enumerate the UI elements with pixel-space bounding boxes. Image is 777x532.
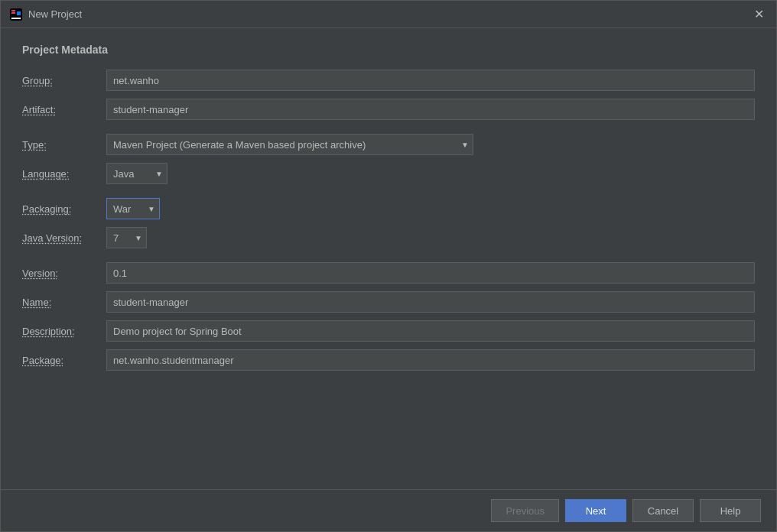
svg-rect-1 bbox=[11, 10, 15, 11]
type-label: Type: bbox=[22, 139, 106, 151]
close-button[interactable]: ✕ bbox=[751, 7, 767, 22]
description-row: Description: bbox=[22, 320, 755, 342]
title-bar: New Project ✕ bbox=[1, 1, 776, 28]
packaging-select[interactable]: War Jar bbox=[106, 198, 160, 219]
language-select[interactable]: Java Kotlin Groovy bbox=[106, 163, 167, 184]
version-label: Version: bbox=[22, 268, 106, 279]
description-input[interactable] bbox=[106, 320, 755, 342]
dialog-content: Project Metadata Group: Artifact: Type: … bbox=[1, 28, 776, 489]
package-row: Package: bbox=[22, 349, 755, 371]
version-input[interactable] bbox=[106, 262, 755, 284]
type-row: Type: Maven Project (Generate a Maven ba… bbox=[22, 134, 755, 155]
type-select-wrapper: Maven Project (Generate a Maven based pr… bbox=[106, 134, 473, 155]
group-input[interactable] bbox=[106, 70, 755, 91]
language-row: Language: Java Kotlin Groovy ▼ bbox=[22, 163, 755, 184]
section-title: Project Metadata bbox=[22, 44, 755, 56]
artifact-input[interactable] bbox=[106, 99, 755, 120]
group-row: Group: bbox=[22, 70, 755, 91]
group-label: Group: bbox=[22, 75, 106, 86]
name-input[interactable] bbox=[106, 291, 755, 313]
package-input[interactable] bbox=[106, 349, 755, 371]
type-select[interactable]: Maven Project (Generate a Maven based pr… bbox=[106, 134, 473, 155]
cancel-button[interactable]: Cancel bbox=[632, 499, 694, 522]
dialog-title: New Project bbox=[28, 8, 82, 20]
artifact-label: Artifact: bbox=[22, 104, 106, 115]
java-version-label: Java Version: bbox=[22, 232, 106, 244]
packaging-label: Packaging: bbox=[22, 203, 106, 215]
help-button[interactable]: Help bbox=[700, 499, 761, 522]
language-label: Language: bbox=[22, 168, 106, 180]
svg-rect-2 bbox=[11, 12, 15, 14]
description-label: Description: bbox=[22, 326, 106, 337]
language-select-wrapper: Java Kotlin Groovy ▼ bbox=[106, 163, 167, 184]
intellij-icon bbox=[10, 8, 22, 21]
packaging-row: Packaging: War Jar ▼ bbox=[22, 198, 755, 219]
svg-rect-3 bbox=[11, 18, 21, 19]
svg-rect-4 bbox=[17, 11, 21, 15]
package-label: Package: bbox=[22, 355, 106, 366]
title-bar-left: New Project bbox=[10, 8, 82, 21]
artifact-row: Artifact: bbox=[22, 99, 755, 120]
next-button[interactable]: Next bbox=[565, 499, 626, 522]
name-label: Name: bbox=[22, 297, 106, 308]
dialog-footer: Previous Next Cancel Help bbox=[1, 489, 776, 531]
java-version-select-wrapper: 7 8 11 17 ▼ bbox=[106, 227, 147, 248]
new-project-dialog: New Project ✕ Project Metadata Group: Ar… bbox=[0, 0, 777, 532]
java-version-select[interactable]: 7 8 11 17 bbox=[106, 227, 147, 248]
name-row: Name: bbox=[22, 291, 755, 313]
previous-button[interactable]: Previous bbox=[491, 499, 559, 522]
packaging-select-wrapper: War Jar ▼ bbox=[106, 198, 160, 219]
version-row: Version: bbox=[22, 262, 755, 284]
java-version-row: Java Version: 7 8 11 17 ▼ bbox=[22, 227, 755, 248]
